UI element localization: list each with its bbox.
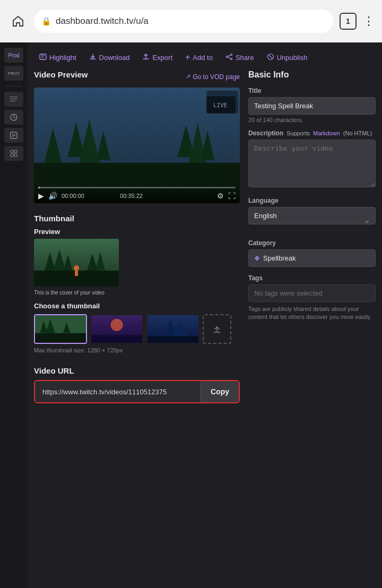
no-html-text: (No HTML) [343,130,372,136]
svg-rect-9 [11,154,13,157]
left-column: Video Preview ↗ Go to VOD page [34,70,240,403]
tags-field-label: Tags [248,274,376,282]
unpublish-button[interactable]: Unpublish [262,50,313,65]
description-textarea[interactable] [248,140,376,187]
svg-point-16 [230,58,232,59]
title-field-label: Title [248,87,376,94]
basic-info-title: Basic Info [248,70,376,80]
language-field-label: Language [248,197,376,204]
page-body: Highlight Download Export + Add to [28,42,382,425]
copy-button[interactable]: Copy [201,381,239,402]
title-input[interactable] [248,97,376,115]
address-bar[interactable]: 🔒 dashboard.twitch.tv/u/a [34,10,333,33]
progress-bar[interactable] [38,187,236,188]
sidebar-item-icon4[interactable] [4,146,23,161]
external-link-icon: ↗ [186,73,190,80]
addto-icon: + [185,53,190,62]
category-icon: ❖ [254,255,260,262]
browser-chrome: 🔒 dashboard.twitch.tv/u/a 1 ⋮ [0,0,382,42]
video-preview-title: Video Preview [34,70,88,79]
category-value: ❖ Spellbreak [248,249,376,267]
thumb-bg [34,239,119,287]
sidebar-item-icon2[interactable] [4,110,23,125]
thumbnail-options [34,314,240,344]
controls-row: ▶ 🔊 00:00:00 00:35:22 ⚙ [38,192,236,200]
desc-field-label: Description [248,129,283,137]
tags-input[interactable] [248,284,376,302]
export-button[interactable]: Export [137,50,178,65]
sidebar-item-icon3[interactable] [4,128,23,143]
thumb-option-2[interactable] [90,314,143,344]
unpublish-icon [267,53,274,62]
sidebar-item-proto[interactable]: PROT [4,66,23,81]
svg-line-18 [228,57,230,58]
share-icon [225,53,233,62]
svg-line-17 [228,55,230,56]
thumb-size-note: Max thumbnail size: 1280 × 720px [34,347,240,353]
right-column: Basic Info Title 20 of 140 characters. D… [248,70,376,322]
svg-point-40 [74,265,79,271]
thumbnail-title: Thumbnail [34,214,74,223]
language-select-wrapper: English [248,207,376,232]
thumb-option-1[interactable] [34,314,87,344]
thumbnail-section: Thumbnail Preview [34,214,240,353]
time-display: 00:00:00 00:35:22 [62,193,143,199]
svg-rect-53 [147,336,198,343]
thumb-caption: This is the cover of your video [34,290,240,296]
highlight-button[interactable]: Highlight [34,50,82,65]
supports-text: Supports [286,130,310,136]
download-icon [89,53,97,62]
svg-rect-46 [35,333,86,343]
url-input[interactable] [35,381,201,402]
share-button[interactable]: Share [220,50,259,65]
thumb-upload-button[interactable] [203,314,231,344]
progress-fill [38,187,40,188]
category-field-label: Category [248,239,376,247]
thumb-option-3[interactable] [146,314,199,344]
lock-icon: 🔒 [41,16,51,26]
home-icon[interactable] [8,12,28,31]
sidebar-item-1[interactable]: Prod [4,48,23,63]
svg-line-20 [269,55,272,58]
highlight-icon [39,53,47,62]
tags-help: Tags are publicly shared details about y… [248,305,376,322]
settings-icon[interactable]: ⚙ [217,192,224,200]
url-text: dashboard.twitch.tv/u/a [56,16,149,27]
volume-icon[interactable]: 🔊 [48,192,57,200]
menu-dots-icon[interactable]: ⋮ [363,14,374,28]
svg-point-14 [230,54,232,55]
svg-rect-11 [40,54,46,59]
video-player[interactable]: LIVE ▶ [34,88,240,203]
preview-label: Preview [34,228,240,236]
toolbar: Highlight Download Export + Add to [34,42,376,70]
svg-rect-10 [14,154,17,157]
svg-rect-32 [206,90,238,114]
controls-left: ▶ 🔊 00:00:00 00:35:22 [38,192,143,200]
video-url-title: Video URL [34,366,74,375]
language-select[interactable]: English [248,207,376,224]
svg-rect-8 [14,150,17,153]
markdown-link[interactable]: Markdown [313,130,340,136]
choose-thumbnail-label: Choose a thumbnail [34,302,240,310]
fullscreen-icon[interactable]: ⛶ [228,192,236,200]
controls-right: ⚙ ⛶ [217,192,236,200]
play-pause-icon[interactable]: ▶ [38,192,44,200]
two-col-layout: Video Preview ↗ Go to VOD page [34,70,376,403]
category-text: Spellbreak [263,254,296,262]
svg-rect-7 [11,150,13,153]
svg-point-15 [226,56,228,57]
char-count: 20 of 140 characters. [248,117,376,123]
thumbnail-preview [34,239,119,287]
svg-rect-41 [75,271,78,276]
vod-link[interactable]: ↗ Go to VOD page [186,73,240,81]
video-url-section: Video URL Copy [34,366,240,403]
sidebar-item-icon1[interactable] [4,92,23,107]
download-button[interactable]: Download [84,50,135,65]
video-preview-header: Video Preview ↗ Go to VOD page [34,70,240,83]
export-icon [142,53,150,62]
addto-button[interactable]: + Add to [180,50,218,65]
sidebar-strip: Prod PROT [0,42,28,588]
tab-count[interactable]: 1 [340,13,357,30]
main-content: Prod PROT Highlight [0,42,382,588]
video-controls: ▶ 🔊 00:00:00 00:35:22 ⚙ [34,184,240,203]
